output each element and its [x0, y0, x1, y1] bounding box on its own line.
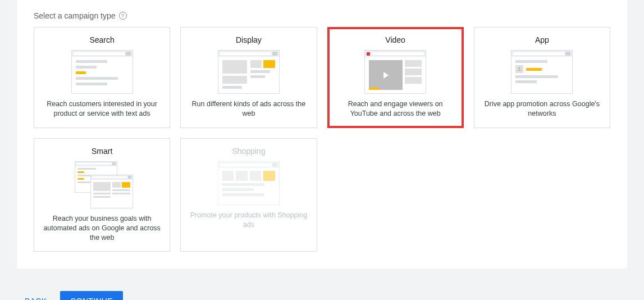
play-icon — [383, 72, 389, 79]
display-thumbnail — [218, 50, 280, 94]
card-smart-title: Smart — [92, 147, 112, 156]
card-app-desc: Drive app promotion across Google's netw… — [480, 99, 604, 119]
campaign-type-panel: Select a campaign type ? Search Reach — [17, 0, 627, 269]
card-smart[interactable]: Smart — [34, 138, 170, 252]
card-app-title: App — [535, 35, 549, 44]
smart-thumbnail — [71, 161, 133, 208]
card-display[interactable]: Display — [180, 27, 317, 128]
card-video-desc: Reach and engage viewers on YouTube and … — [334, 99, 458, 119]
card-app[interactable]: App — [474, 27, 610, 128]
search-thumbnail — [71, 50, 133, 94]
section-title: Select a campaign type ? — [34, 11, 610, 20]
continue-button[interactable]: CONTINUE — [60, 291, 123, 300]
card-display-title: Display — [236, 35, 262, 44]
card-grid: Search Reach customers interested in you… — [34, 27, 610, 252]
card-display-desc: Run different kinds of ads across the we… — [186, 99, 310, 119]
card-video[interactable]: Video Reach and engage viewers on YouTub… — [327, 27, 464, 128]
card-shopping: Shopping Promote your products with Shop… — [180, 138, 317, 252]
card-search-title: Search — [89, 35, 114, 44]
card-smart-desc: Reach your business goals with automated… — [40, 214, 164, 243]
shopping-thumbnail — [218, 161, 280, 205]
card-shopping-desc: Promote your products with Shopping ads — [186, 211, 310, 230]
card-search-desc: Reach customers interested in your produ… — [40, 99, 164, 119]
app-thumbnail — [511, 50, 573, 94]
card-video-title: Video — [385, 35, 405, 44]
card-search[interactable]: Search Reach customers interested in you… — [34, 27, 170, 128]
footer: BACK CONTINUE — [0, 269, 644, 300]
help-icon[interactable]: ? — [119, 12, 127, 20]
section-title-text: Select a campaign type — [34, 11, 116, 20]
video-thumbnail — [364, 50, 426, 94]
download-icon — [515, 65, 523, 73]
card-shopping-title: Shopping — [232, 147, 265, 156]
back-button[interactable]: BACK — [22, 292, 49, 300]
